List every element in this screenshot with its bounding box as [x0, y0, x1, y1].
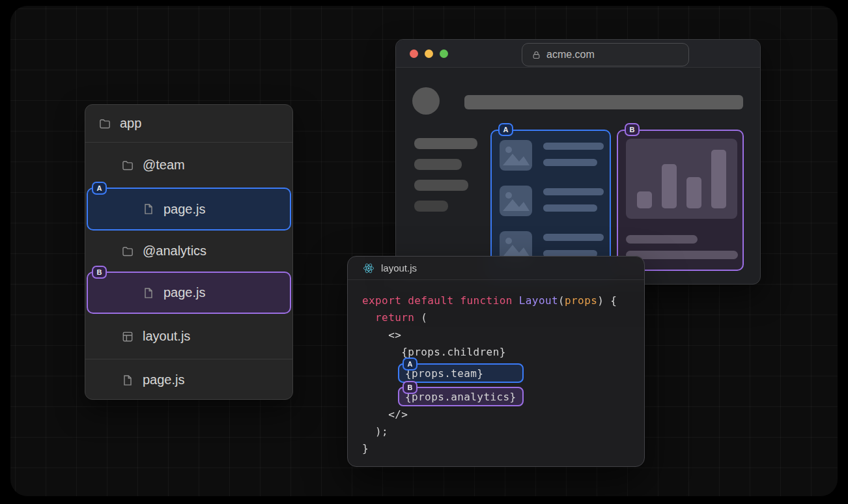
- code-token: props: [565, 294, 597, 307]
- close-button[interactable]: [410, 49, 418, 58]
- list-item-text-bars: [543, 188, 604, 212]
- tree-item-analytics-3[interactable]: @analytics: [85, 231, 292, 272]
- code-token: {props.children}: [362, 346, 506, 358]
- browser-window: acme.com A B: [395, 39, 761, 285]
- tree-item-label: app: [120, 116, 141, 131]
- nav-bar-placeholder: [414, 138, 477, 149]
- browser-titlebar: acme.com: [396, 40, 760, 68]
- list-item-text-bars: [543, 234, 604, 257]
- avatar-placeholder: [412, 87, 440, 115]
- code-token: <>: [362, 329, 401, 341]
- file-icon: [121, 374, 134, 387]
- image-placeholder-icon: [500, 186, 532, 216]
- badge-a: A: [92, 182, 107, 195]
- tree-item-page-js-2[interactable]: page.jsA: [85, 188, 292, 231]
- code-token: Layout: [519, 294, 558, 307]
- badge-b: B: [403, 381, 417, 394]
- code-line: </>: [362, 406, 408, 423]
- code-line: <>: [362, 327, 401, 344]
- chart-bar-placeholder: [637, 191, 652, 208]
- badge-a: A: [403, 357, 417, 371]
- code-token: (: [414, 311, 427, 324]
- code-token: }: [362, 442, 369, 455]
- code-editor: export default function Layout(props) { …: [362, 292, 639, 461]
- header-bar-placeholder: [464, 95, 743, 109]
- file-tree-panel: app@teampage.jsA@analyticspage.jsBlayout…: [85, 104, 293, 400]
- nav-placeholder: [414, 138, 477, 212]
- tree-item-page-js-4[interactable]: page.jsB: [85, 272, 292, 314]
- bar-chart-placeholder: [626, 139, 737, 219]
- zoom-button[interactable]: [440, 49, 448, 58]
- minimize-button[interactable]: [425, 49, 433, 58]
- nav-bar-placeholder: [414, 159, 462, 170]
- code-token: {props.team}: [405, 367, 483, 380]
- code-highlight-purple: B{props.analytics}: [398, 387, 524, 406]
- code-token: [362, 311, 375, 324]
- text-bar-placeholder: [543, 143, 604, 150]
- slot-b: B: [617, 130, 744, 271]
- code-token: ) {: [597, 294, 617, 307]
- list-item-placeholder: [500, 140, 604, 171]
- tree-item-label: @analytics: [143, 244, 206, 259]
- tree-item-label: page.js: [163, 202, 206, 217]
- file-icon: [142, 203, 155, 216]
- tree-highlight-blue: page.js: [87, 188, 291, 231]
- tree-item-label: page.js: [163, 285, 206, 300]
- tree-item-label: @team: [143, 158, 185, 173]
- folder-icon: [98, 117, 111, 130]
- code-token: {props.analytics}: [405, 391, 516, 403]
- tree-item-team-1[interactable]: @team: [85, 143, 292, 188]
- text-bar-placeholder: [543, 159, 597, 166]
- code-window-header: layout.js: [348, 257, 644, 280]
- tree-item-layout-js-5[interactable]: layout.js: [85, 314, 292, 359]
- layout-icon: [121, 330, 134, 343]
- code-window: layout.js export default function Layout…: [347, 256, 645, 467]
- bar-chart-bars: [637, 150, 726, 208]
- code-token: return: [375, 311, 414, 324]
- tree-highlight-purple: page.js: [87, 272, 291, 314]
- chart-bar-placeholder: [686, 177, 701, 208]
- code-token: );: [362, 425, 388, 438]
- file-tree-rows: app@teampage.jsA@analyticspage.jsBlayout…: [85, 105, 292, 400]
- window-controls: [410, 49, 448, 58]
- react-icon: [363, 262, 375, 274]
- nav-bar-placeholder: [414, 180, 468, 191]
- address-url: acme.com: [546, 49, 595, 61]
- code-line: export default function Layout(props) {: [362, 292, 617, 309]
- badge-b: B: [92, 266, 107, 279]
- badge-b: B: [625, 123, 640, 136]
- text-bar-placeholder: [543, 204, 597, 212]
- code-token: export default function: [362, 294, 519, 307]
- tree-item-app-0[interactable]: app: [85, 105, 292, 143]
- text-bar-placeholder: [543, 188, 604, 195]
- code-line: }: [362, 440, 369, 457]
- code-filename: layout.js: [381, 262, 417, 273]
- address-bar[interactable]: acme.com: [522, 43, 689, 66]
- tree-item-page-js-6[interactable]: page.js: [85, 359, 292, 400]
- code-token: </>: [362, 408, 408, 421]
- folder-icon: [121, 159, 134, 172]
- lock-icon: [531, 50, 541, 60]
- list-item-placeholder: [500, 186, 604, 216]
- code-token: (: [558, 294, 565, 307]
- illustration-canvas: app@teampage.jsA@analyticspage.jsBlayout…: [0, 0, 848, 504]
- tree-item-label: layout.js: [143, 329, 190, 344]
- text-bar-placeholder: [626, 235, 698, 244]
- badge-a: A: [498, 123, 513, 136]
- code-line: {props.children}: [362, 344, 506, 361]
- nav-bar-placeholder: [414, 201, 448, 212]
- tree-item-label: page.js: [143, 372, 185, 387]
- file-icon: [142, 287, 155, 300]
- text-bar-placeholder: [543, 234, 604, 241]
- chart-bar-placeholder: [711, 150, 726, 208]
- image-placeholder-icon: [500, 140, 532, 171]
- list-item-text-bars: [543, 143, 604, 166]
- code-highlight-blue: A{props.team}: [398, 363, 524, 383]
- chart-bar-placeholder: [662, 164, 677, 208]
- code-line: return (: [362, 309, 427, 326]
- folder-icon: [121, 245, 134, 258]
- code-line: );: [362, 423, 388, 440]
